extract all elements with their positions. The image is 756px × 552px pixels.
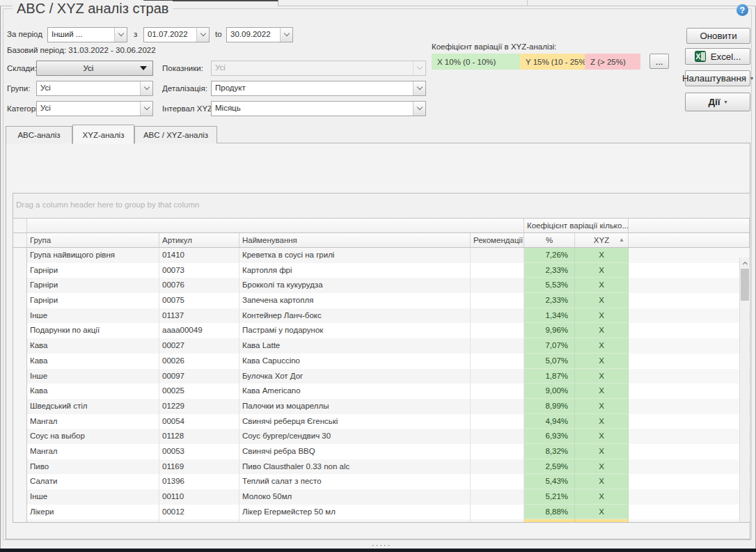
cell-group: Інше [27, 308, 159, 324]
cell-sku: 00053 [159, 444, 239, 459]
chevron-down-icon[interactable] [413, 81, 425, 95]
table-row[interactable]: Інше00110Молоко 50мл5,21%X [13, 489, 750, 505]
table-row[interactable]: Кава00025Кава Americano9,00%X [13, 384, 750, 399]
period-preset-value: Інший ... [48, 28, 114, 42]
cell-ind [13, 384, 27, 399]
help-icon[interactable]: ? [737, 4, 748, 16]
period-preset-combo[interactable]: Інший ... [47, 27, 127, 42]
date-from-combo[interactable]: 01.07.2022 [143, 27, 210, 42]
vertical-scrollbar[interactable] [739, 258, 749, 522]
table-row[interactable]: Мангал00053Свинячі ребра BBQ8,32%X [13, 444, 750, 459]
cell-fill [629, 519, 750, 522]
column-header-name[interactable]: Найменування [239, 233, 471, 247]
chevron-down-icon[interactable] [196, 28, 209, 42]
indicators-value: Усі [212, 61, 413, 75]
cell-rec [471, 505, 524, 520]
groups-label: Групи: [7, 84, 30, 93]
table-row[interactable]: Гарніри00075Запечена картопля2,33%X [13, 293, 750, 308]
table-row[interactable]: Інше00097Булочка Хот Дог1,87%X [13, 369, 750, 384]
cell-rec [471, 444, 524, 459]
cell-rec [471, 474, 524, 489]
cell-name: Кава Capuccino [239, 354, 471, 369]
cell-name: Креветка в соусі на грилі [239, 248, 471, 263]
date-to-combo[interactable]: 30.09.2022 [226, 27, 293, 42]
cell-ind [13, 474, 27, 489]
sort-ascending-icon[interactable]: ▲ [619, 233, 624, 247]
tab-active-xyz-аналіз[interactable]: XYZ-аналіз [72, 125, 134, 144]
table-rows: Група найвищого рівня01410Креветка в соу… [13, 248, 750, 522]
table-row[interactable]: Гарніри00073Картопля фрі2,33%X [13, 263, 750, 278]
chevron-down-icon[interactable] [140, 81, 152, 95]
group-by-hint[interactable]: Drag a column header here to group by th… [16, 200, 199, 209]
cell-sku: 00027 [159, 338, 239, 354]
svg-text:X: X [695, 52, 701, 61]
cell-fill [629, 429, 750, 444]
cell-xyz: X [575, 293, 629, 308]
groups-combo[interactable]: Усі [36, 81, 153, 96]
warehouses-combo[interactable]: Усі [36, 61, 153, 76]
actions-button[interactable]: Дії ▾ [685, 93, 750, 111]
cell-fill [629, 323, 750, 338]
cell-xyz: X [575, 414, 629, 429]
table-row[interactable]: Лікери00012Лікер Егермейстер 50 мл8,88%X [13, 505, 750, 520]
column-header-xyz[interactable]: XYZ▲ [575, 233, 629, 247]
table-row[interactable]: Мангал00054Свинячі реберця Єгенські4,94%… [13, 414, 750, 429]
table-row[interactable]: Подарунки по акціїaaaa00049Пастрамі у по… [13, 323, 750, 338]
tab-abc-xyz-аналіз[interactable]: ABC / XYZ-аналіз [134, 126, 217, 143]
cell-fill [629, 248, 750, 263]
table-row[interactable]: Гарніри00076Брокколі та кукурудза5,53%X [13, 278, 750, 293]
cell-group: Гарніри [27, 293, 159, 308]
column-header-rec[interactable]: Рекомендації [471, 233, 524, 247]
cell-xyz: X [575, 429, 629, 444]
cell-fill [629, 338, 750, 354]
column-header-pct[interactable]: % [524, 233, 575, 247]
table-row[interactable]: Група найвищого рівня01410Креветка в соу… [13, 248, 750, 263]
chevron-down-icon[interactable] [114, 28, 127, 42]
band-variation-header[interactable]: Коефіцієнт варіації кілько... [524, 219, 629, 232]
excel-button[interactable]: X Excel... [685, 48, 750, 65]
tab-abc-аналіз[interactable]: ABC-аналіз [6, 126, 72, 143]
cell-rec [471, 519, 524, 522]
cell-fill [629, 399, 750, 414]
cell-rec [471, 429, 524, 444]
legend-more-button[interactable]: ... [649, 54, 669, 69]
table-row[interactable]: Пиво01169Пиво Clausthaler 0.33 non alc2,… [13, 459, 750, 475]
cell-xyz: X [575, 323, 629, 338]
table-row[interactable]: Інше01137Контейнер Ланч-бокс1,34%X [13, 308, 750, 324]
chevron-down-icon[interactable] [413, 102, 425, 116]
cell-xyz: Y [575, 519, 629, 522]
cell-name: Свинячі реберця Єгенські [239, 414, 471, 429]
cell-xyz: X [575, 474, 629, 489]
xyz-interval-combo[interactable]: Місяць [211, 101, 426, 116]
table-row[interactable]: Кава00026Кава Capuccino5,07%X [13, 354, 750, 369]
settings-button[interactable]: Налаштування ▾ [685, 70, 750, 86]
from-label: з [134, 30, 137, 38]
cell-ind [13, 429, 27, 444]
cell-rec [471, 278, 524, 293]
table-row[interactable]: Кава00027Кава Latte7,07%X [13, 338, 750, 354]
warehouses-value: Усі [37, 64, 140, 72]
table-row[interactable]: Соус на выбор01128Соус бургер/сендвич 30… [13, 429, 750, 444]
cell-name: Молоко 50мл [239, 489, 471, 505]
cell-fill [629, 384, 750, 399]
column-header-group[interactable]: Група [27, 233, 159, 247]
categories-combo[interactable]: Усі [36, 101, 153, 116]
table-row[interactable]: Шведський стіл01229Палочки из моцареллы8… [13, 399, 750, 414]
cell-fill [629, 474, 750, 489]
cell-ind [13, 354, 27, 369]
detail-combo[interactable]: Продукт [211, 81, 426, 96]
cell-fill [629, 444, 750, 459]
cell-sku: 00097 [159, 369, 239, 384]
cell-xyz: X [575, 384, 629, 399]
table-row[interactable]: Мангал00973Steak Cowboy, ваг22,78%Y [13, 519, 750, 522]
scroll-up-icon[interactable] [740, 258, 750, 268]
refresh-button[interactable]: Оновити [686, 28, 750, 44]
table-row[interactable]: Салати01396Теплий салат з песто5,43%X [13, 474, 750, 489]
chevron-down-icon[interactable] [140, 102, 152, 116]
scrollbar-thumb[interactable] [741, 269, 749, 301]
cell-ind [13, 399, 27, 414]
chevron-down-icon[interactable] [280, 28, 292, 42]
cell-rec [471, 323, 524, 338]
cell-pct: 8,88% [524, 505, 575, 520]
column-header-sku[interactable]: Артикул [159, 233, 239, 247]
